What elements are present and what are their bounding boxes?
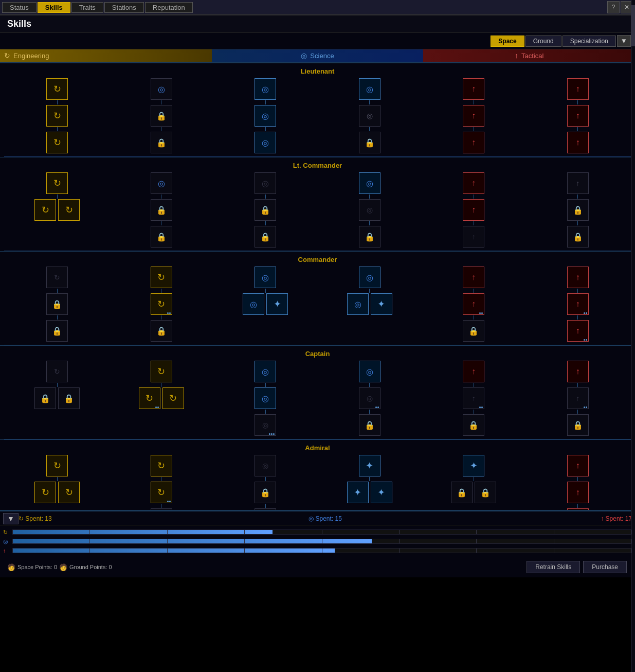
skill-box[interactable]: ↻ — [58, 199, 80, 221]
skill-box[interactable]: ◎ — [255, 105, 276, 127]
skill-box[interactable]: ◎ — [255, 455, 276, 476]
skill-box-locked[interactable]: 🔒 — [567, 226, 589, 247]
skill-box[interactable]: ↑ — [567, 361, 589, 382]
skill-box[interactable]: ↑ — [567, 267, 589, 288]
skill-box-locked[interactable]: 🔒 — [359, 132, 380, 153]
skill-box[interactable]: ↑ — [463, 387, 484, 409]
skill-box[interactable]: ◎ — [359, 361, 380, 382]
skill-box-sf[interactable]: ✦ — [347, 482, 369, 503]
skill-box[interactable]: ◎ — [255, 414, 276, 436]
help-button[interactable]: ? — [607, 1, 620, 13]
skill-box[interactable]: ↑ — [463, 361, 484, 382]
view-ground-button[interactable]: Ground — [525, 36, 561, 47]
skill-box[interactable]: ◎ — [255, 172, 276, 194]
skill-box-locked[interactable]: 🔒 — [567, 199, 589, 221]
skill-box[interactable]: ↑ — [463, 293, 484, 315]
skill-box[interactable]: ↻ — [34, 199, 56, 221]
skill-box[interactable]: ◎ — [255, 361, 276, 382]
skill-box-locked[interactable]: 🔒 — [255, 226, 276, 247]
skill-box-locked[interactable]: 🔒 — [255, 199, 276, 221]
skill-box[interactable]: ↻ — [139, 387, 160, 409]
skill-box[interactable]: ↻ — [46, 361, 68, 382]
purchase-button[interactable]: Purchase — [583, 561, 627, 573]
skill-box[interactable]: ↑ — [567, 172, 589, 194]
skill-box[interactable]: ↻ — [34, 482, 56, 503]
skill-box-sf[interactable]: ✦ — [463, 455, 484, 476]
skill-box-locked[interactable]: 🔒 — [151, 199, 172, 221]
skill-box-locked[interactable]: ↑ — [463, 226, 484, 247]
retrain-skills-button[interactable]: Retrain Skills — [527, 561, 580, 573]
skill-box[interactable]: ↑ — [567, 482, 589, 503]
skill-box[interactable]: ◎ — [359, 387, 380, 409]
skill-box-locked[interactable]: 🔒 — [255, 482, 276, 503]
skill-box[interactable]: ◎ — [151, 78, 172, 100]
skill-box[interactable]: ↻ — [151, 361, 172, 382]
skill-box[interactable]: ↑ — [463, 105, 484, 127]
skill-box[interactable]: ◎ — [255, 267, 276, 288]
view-specialization-button[interactable]: Specialization — [563, 36, 616, 47]
skill-box[interactable]: ◎ — [255, 78, 276, 100]
skill-box-locked[interactable]: ◎ — [359, 105, 380, 127]
skill-box[interactable]: ↻ — [151, 482, 172, 503]
nav-tab-reputation[interactable]: Reputation — [145, 2, 193, 13]
skill-box[interactable]: ↻ — [46, 78, 68, 100]
skill-box-locked[interactable]: ◎ — [359, 199, 380, 221]
skill-box-sf[interactable]: ✦ — [371, 293, 392, 315]
skill-box-locked[interactable]: 🔒 — [34, 387, 56, 409]
skill-box-locked[interactable]: 🔒 — [151, 320, 172, 342]
skill-box[interactable]: ↑ — [567, 455, 589, 476]
skill-box[interactable]: ↻ — [46, 267, 68, 288]
skill-box-locked[interactable]: 🔒 — [46, 293, 68, 315]
skill-box[interactable]: ↻ — [46, 105, 68, 127]
skill-box[interactable]: ◎ — [359, 172, 380, 194]
skill-box[interactable]: ◎ — [347, 293, 369, 315]
category-tactical[interactable]: ↑ Tactical — [423, 49, 635, 62]
skill-box-locked[interactable]: 🔒 — [46, 320, 68, 342]
skill-box[interactable]: ↑ — [567, 78, 589, 100]
skill-box[interactable]: ◎ — [255, 387, 276, 409]
skill-box-sf[interactable]: ✦ — [359, 455, 380, 476]
nav-tab-stations[interactable]: Stations — [104, 2, 144, 13]
nav-tab-skills[interactable]: Skills — [38, 2, 70, 13]
skill-box[interactable]: ↑ — [567, 293, 589, 315]
skill-box[interactable]: ↑ — [463, 199, 484, 221]
skill-box[interactable]: ↻ — [162, 387, 184, 409]
skill-box-locked[interactable]: 🔒 — [359, 414, 380, 436]
skill-box[interactable]: ↻ — [58, 482, 80, 503]
skill-box[interactable]: ↑ — [567, 320, 589, 342]
skill-box-sf[interactable]: ✦ — [266, 293, 288, 315]
category-science[interactable]: ◎ Science — [212, 49, 424, 62]
skill-box[interactable]: ◎ — [151, 172, 172, 194]
collapse-button[interactable]: ▼ — [3, 513, 19, 524]
nav-tab-status[interactable]: Status — [2, 2, 37, 13]
skill-box[interactable]: ↑ — [567, 132, 589, 153]
skill-box-locked[interactable]: 🔒 — [151, 132, 172, 153]
skill-box-locked[interactable]: 🔒 — [151, 105, 172, 127]
skill-box[interactable]: ↻ — [46, 455, 68, 476]
skill-box-locked[interactable]: 🔒 — [58, 387, 80, 409]
skill-box[interactable]: ↻ — [151, 267, 172, 288]
skill-box-locked[interactable]: 🔒 — [475, 482, 496, 503]
category-engineering[interactable]: ↻ Engineering — [0, 49, 212, 62]
skill-box-locked[interactable]: 🔒 — [151, 226, 172, 247]
skill-box-sf[interactable]: ✦ — [371, 482, 392, 503]
view-space-button[interactable]: Space — [491, 36, 524, 47]
nav-tab-traits[interactable]: Traits — [71, 2, 103, 13]
skill-box[interactable]: ◎ — [255, 132, 276, 153]
view-dropdown-button[interactable]: ▼ — [617, 35, 631, 47]
skill-box[interactable]: ↑ — [567, 387, 589, 409]
skill-box-locked[interactable]: 🔒 — [463, 320, 484, 342]
skill-box[interactable]: ↑ — [463, 78, 484, 100]
skill-box[interactable]: ↻ — [46, 172, 68, 194]
skill-box[interactable]: ↑ — [463, 132, 484, 153]
skill-box[interactable]: ↻ — [151, 455, 172, 476]
skill-box[interactable]: ↑ — [463, 172, 484, 194]
skill-box-locked[interactable]: 🔒 — [567, 414, 589, 436]
skill-box[interactable]: ↻ — [46, 132, 68, 153]
skill-box[interactable]: ↻ — [151, 293, 172, 315]
skill-box-locked[interactable]: 🔒 — [359, 226, 380, 247]
skill-box-locked[interactable]: 🔒 — [463, 414, 484, 436]
skill-box[interactable]: ↑ — [463, 267, 484, 288]
skill-box-locked[interactable]: 🔒 — [451, 482, 473, 503]
skill-box[interactable]: ↑ — [567, 105, 589, 127]
